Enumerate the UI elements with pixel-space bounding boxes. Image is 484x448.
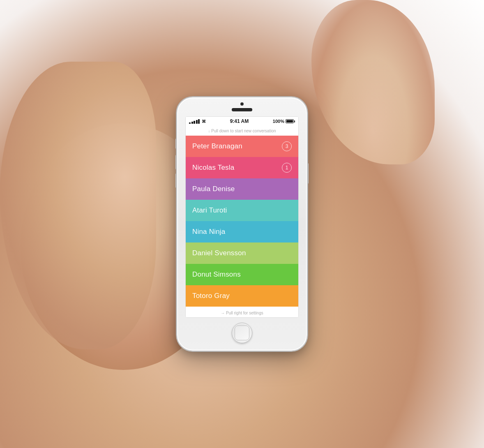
contact-item[interactable]: Nina Ninja: [186, 221, 298, 242]
home-button-inner: [235, 326, 249, 340]
signal-dot-5: [198, 119, 200, 124]
contact-name: Nina Ninja: [192, 228, 225, 236]
battery-body: [286, 119, 294, 123]
contact-name: Paula Denise: [192, 185, 235, 193]
contact-item[interactable]: Peter Branagan3: [186, 136, 298, 157]
signal-dot-3: [194, 121, 195, 124]
camera: [240, 102, 244, 106]
mute-button[interactable]: [175, 139, 177, 149]
phone-top: [177, 97, 307, 111]
phone-device: ⌘ 9:41 AM 100% ↓ Pull down to start new …: [176, 97, 308, 351]
pull-hint-bottom: → Pull right for settings: [186, 307, 298, 318]
contact-badge: 3: [282, 141, 292, 151]
contact-name: Totoro Gray: [192, 292, 230, 300]
pull-hint-top-text: ↓ Pull down to start new conversation: [208, 129, 276, 133]
pull-hint-top: ↓ Pull down to start new conversation: [186, 126, 298, 136]
home-button[interactable]: [232, 323, 252, 343]
battery-tip: [294, 120, 295, 122]
battery-fill: [286, 120, 293, 122]
contact-name: Daniel Svensson: [192, 249, 246, 257]
contact-badge: 1: [282, 163, 292, 173]
contact-name: Atari Turoti: [192, 206, 227, 215]
phone-wrapper: ⌘ 9:41 AM 100% ↓ Pull down to start new …: [176, 97, 308, 351]
speaker: [232, 108, 252, 111]
contact-name: Peter Branagan: [192, 142, 242, 150]
signal-strength: [189, 119, 200, 124]
contact-item[interactable]: Atari Turoti: [186, 200, 298, 221]
contact-name: Donut Simsons: [192, 270, 241, 279]
signal-dot-2: [191, 122, 193, 124]
contact-item[interactable]: Totoro Gray: [186, 285, 298, 307]
status-right: 100%: [273, 119, 295, 124]
wifi-icon: ⌘: [202, 119, 206, 124]
battery-percent-text: 100%: [273, 119, 284, 124]
signal-dot-1: [189, 122, 191, 124]
pull-hint-bottom-text: → Pull right for settings: [221, 311, 263, 315]
contact-item[interactable]: Donut Simsons: [186, 264, 298, 285]
volume-down-button[interactable]: [175, 173, 177, 188]
status-left: ⌘: [189, 119, 206, 124]
contact-list: Peter Branagan3Nicolas Tesla1Paula Denis…: [186, 136, 298, 307]
status-bar: ⌘ 9:41 AM 100%: [186, 117, 298, 126]
signal-dot-4: [196, 120, 198, 124]
status-time: 9:41 AM: [230, 118, 249, 124]
contact-name: Nicolas Tesla: [192, 164, 234, 172]
contact-item[interactable]: Daniel Svensson: [186, 242, 298, 264]
phone-screen: ⌘ 9:41 AM 100% ↓ Pull down to start new …: [185, 116, 299, 318]
volume-up-button[interactable]: [175, 155, 177, 169]
contact-item[interactable]: Paula Denise: [186, 178, 298, 200]
power-button[interactable]: [307, 163, 309, 184]
battery-icon: [286, 119, 295, 123]
contact-item[interactable]: Nicolas Tesla1: [186, 157, 298, 178]
